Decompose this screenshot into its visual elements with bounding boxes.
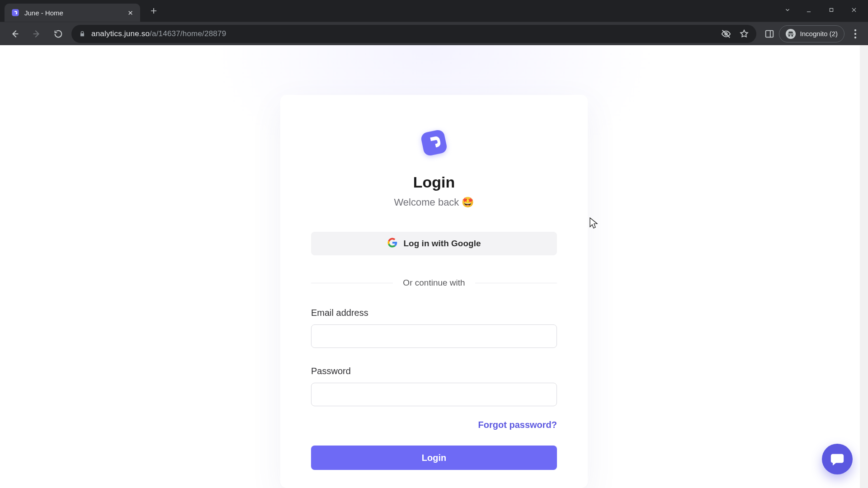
incognito-icon [786,29,796,39]
tab-close-icon[interactable] [127,9,134,16]
intercom-chat-button[interactable] [822,444,853,474]
login-card: Login Welcome back 🤩 Log in with Google … [280,95,588,488]
new-tab-button[interactable] [146,4,161,18]
eye-off-icon[interactable] [721,29,731,39]
tab-strip: June - Home [0,0,868,22]
window-controls [778,2,865,18]
tab-favicon-icon [11,8,20,17]
email-input[interactable] [311,324,557,348]
svg-point-6 [854,36,856,38]
window-close-button[interactable] [843,2,865,18]
lock-icon [79,30,86,38]
address-bar-right [721,29,749,39]
svg-rect-0 [12,9,19,16]
incognito-indicator[interactable]: Incognito (2) [779,25,844,42]
auth-divider: Or continue with [311,278,557,288]
browser-toolbar: analytics.june.so/a/14637/home/28879 Inc… [0,22,868,45]
nav-reload-button[interactable] [50,25,67,42]
active-tab[interactable]: June - Home [5,4,140,22]
svg-rect-7 [420,129,448,157]
nav-forward-button[interactable] [28,25,45,42]
password-label: Password [311,366,557,376]
svg-point-4 [854,29,856,31]
login-with-google-button[interactable]: Log in with Google [311,232,557,255]
login-submit-button[interactable]: Login [311,446,557,470]
svg-rect-3 [765,30,773,37]
browser-menu-button[interactable] [849,29,862,39]
tab-search-button[interactable] [778,2,797,18]
browser-chrome: June - Home [0,0,868,45]
forgot-password-link[interactable]: Forgot password? [478,420,557,430]
page-content: Login Welcome back 🤩 Log in with Google … [0,45,868,488]
window-maximize-button[interactable] [820,2,843,18]
tab-title: June - Home [24,9,122,17]
url-path: /a/14637/home/28879 [150,29,226,38]
svg-point-5 [854,33,856,34]
bookmark-star-icon[interactable] [739,29,749,39]
login-subtitle: Welcome back 🤩 [311,197,557,208]
login-heading: Login [311,174,557,191]
password-input[interactable] [311,383,557,406]
page-scrollbar[interactable] [861,45,867,488]
address-url: analytics.june.so/a/14637/home/28879 [91,29,226,38]
svg-rect-1 [830,9,833,12]
divider-label: Or continue with [403,278,465,288]
google-button-label: Log in with Google [404,239,481,249]
mouse-cursor-icon [590,217,599,230]
nav-back-button[interactable] [6,25,24,42]
url-host: analytics.june.so [91,29,150,38]
forgot-password-row: Forgot password? [311,420,557,430]
app-logo-icon [311,127,557,159]
login-submit-label: Login [422,453,446,463]
window-minimize-button[interactable] [797,2,820,18]
incognito-label: Incognito (2) [800,30,838,38]
google-logo-icon [387,238,397,250]
email-label: Email address [311,308,557,318]
side-panel-icon[interactable] [764,29,774,39]
address-bar[interactable]: analytics.june.so/a/14637/home/28879 [71,25,756,43]
